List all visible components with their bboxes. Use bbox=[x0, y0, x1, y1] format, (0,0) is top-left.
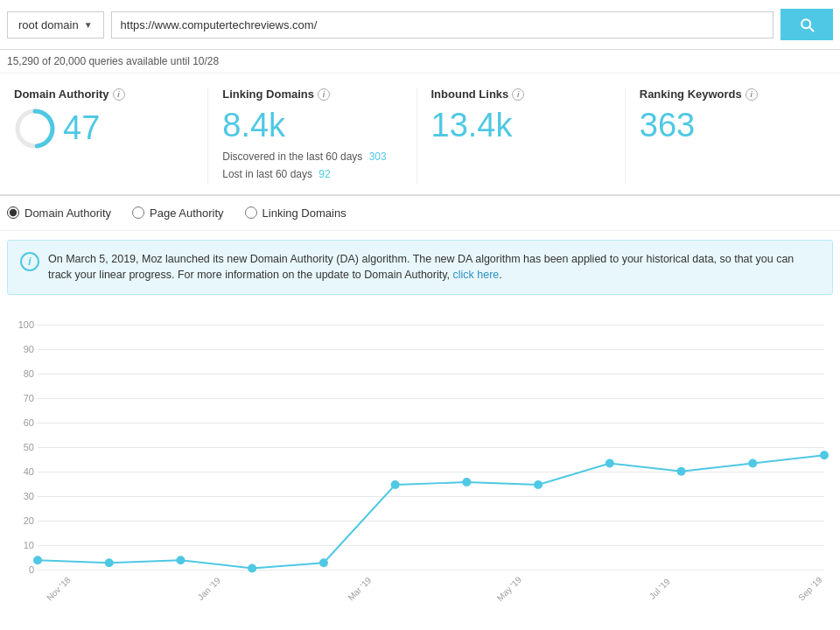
grid-line: 30 bbox=[38, 484, 824, 508]
info-banner-icon: i bbox=[20, 252, 39, 271]
grid-rule bbox=[38, 447, 824, 448]
grid-line: 60 bbox=[38, 410, 824, 435]
da-circle bbox=[14, 108, 56, 150]
grid-line: 50 bbox=[38, 435, 824, 459]
grid-line: 90 bbox=[38, 337, 824, 361]
radio-linking-domains-input[interactable] bbox=[245, 206, 257, 219]
linking-domains-value: 8.4k bbox=[222, 108, 402, 144]
queries-info: 15,290 of 20,000 queries available until… bbox=[0, 50, 840, 74]
ranking-keywords-value: 363 bbox=[640, 108, 819, 144]
y-label: 0 bbox=[10, 564, 34, 575]
grid-rule bbox=[38, 496, 824, 497]
grid-rule bbox=[38, 521, 824, 522]
chart-area: 1009080706050403020100 Nov '18Jan '19Mar… bbox=[38, 312, 824, 595]
domain-authority-block: Domain Authority i 47 bbox=[7, 88, 208, 184]
linking-domains-sub: Discovered in the last 60 days 303 Lost … bbox=[222, 148, 402, 184]
ranking-keywords-label: Ranking Keywords i bbox=[640, 88, 819, 101]
inbound-links-info-icon[interactable]: i bbox=[512, 88, 524, 101]
grid-rule bbox=[38, 325, 824, 326]
da-progress-chart bbox=[14, 108, 56, 150]
y-label: 100 bbox=[10, 319, 34, 330]
ranking-keywords-info-icon[interactable]: i bbox=[746, 88, 758, 101]
grid-line: 80 bbox=[38, 361, 824, 386]
y-label: 30 bbox=[10, 491, 34, 501]
y-label: 50 bbox=[10, 442, 34, 452]
inbound-links-value: 13.4k bbox=[431, 108, 611, 144]
inbound-links-label: Inbound Links i bbox=[431, 88, 611, 101]
grid-rule bbox=[38, 374, 824, 374]
linking-domains-label: Linking Domains i bbox=[222, 88, 402, 101]
info-banner: i On March 5, 2019, Moz launched its new… bbox=[7, 240, 833, 296]
y-label: 60 bbox=[10, 417, 34, 428]
grid-rule bbox=[38, 349, 824, 350]
search-icon bbox=[798, 16, 816, 33]
radio-page-authority-input[interactable] bbox=[132, 206, 144, 219]
da-container: 47 bbox=[14, 108, 193, 150]
chart-grid: 1009080706050403020100 bbox=[38, 312, 824, 582]
y-label: 20 bbox=[10, 515, 34, 526]
grid-line: 10 bbox=[38, 533, 824, 557]
search-bar: root domain ▼ bbox=[0, 0, 840, 50]
stats-section: Domain Authority i 47 Linking Domains i … bbox=[0, 74, 840, 196]
radio-linking-domains[interactable]: Linking Domains bbox=[245, 206, 346, 220]
grid-rule bbox=[38, 398, 824, 399]
radio-page-authority[interactable]: Page Authority bbox=[132, 206, 224, 220]
ranking-keywords-block: Ranking Keywords i 363 bbox=[626, 88, 833, 184]
url-input[interactable] bbox=[111, 11, 774, 38]
search-button[interactable] bbox=[780, 9, 833, 40]
info-banner-text: On March 5, 2019, Moz launched its new D… bbox=[48, 251, 820, 284]
grid-rule bbox=[38, 472, 824, 472]
chevron-down-icon: ▼ bbox=[84, 20, 93, 30]
grid-rule bbox=[38, 570, 824, 570]
x-labels: Nov '18Jan '19Mar '19May '19Jul '19Sep '… bbox=[38, 585, 824, 595]
root-domain-dropdown[interactable]: root domain ▼ bbox=[7, 11, 104, 38]
grid-line: 70 bbox=[38, 386, 824, 410]
dropdown-label: root domain bbox=[18, 18, 79, 32]
y-label: 70 bbox=[10, 393, 34, 403]
grid-line: 0 bbox=[38, 557, 824, 582]
radio-domain-authority-input[interactable] bbox=[7, 206, 19, 219]
chart-container: 1009080706050403020100 Nov '18Jan '19Mar… bbox=[0, 304, 840, 630]
domain-authority-info-icon[interactable]: i bbox=[113, 88, 125, 101]
linking-domains-info-icon[interactable]: i bbox=[318, 88, 330, 101]
linking-domains-block: Linking Domains i 8.4k Discovered in the… bbox=[208, 88, 416, 184]
radio-section: Domain Authority Page Authority Linking … bbox=[0, 196, 840, 231]
grid-line: 20 bbox=[38, 508, 824, 533]
inbound-links-block: Inbound Links i 13.4k bbox=[417, 88, 626, 184]
y-label: 40 bbox=[10, 466, 34, 477]
grid-line: 40 bbox=[38, 459, 824, 484]
y-label: 10 bbox=[10, 540, 34, 550]
domain-authority-label: Domain Authority i bbox=[14, 88, 193, 101]
grid-line: 100 bbox=[38, 312, 824, 337]
click-here-link[interactable]: click here bbox=[453, 269, 500, 281]
grid-rule bbox=[38, 423, 824, 424]
domain-authority-value: 47 bbox=[63, 110, 100, 147]
grid-rule bbox=[38, 545, 824, 546]
y-label: 90 bbox=[10, 344, 34, 354]
y-label: 80 bbox=[10, 368, 34, 379]
radio-domain-authority[interactable]: Domain Authority bbox=[7, 206, 111, 220]
